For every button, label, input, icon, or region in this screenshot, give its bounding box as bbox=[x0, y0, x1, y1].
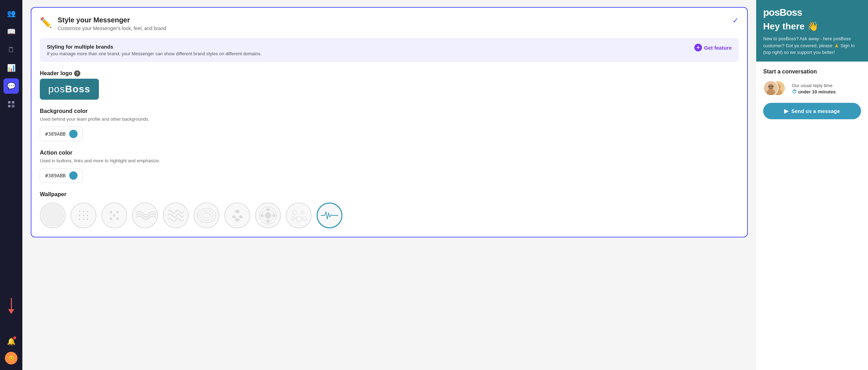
brands-banner-text: Styling for multiple brands If you manag… bbox=[47, 44, 262, 56]
wallpaper-label: Wallpaper bbox=[40, 191, 739, 198]
background-color-label: Background color bbox=[40, 108, 739, 114]
svg-point-22 bbox=[113, 214, 116, 217]
intercom-greeting: Hey there 👋 bbox=[763, 21, 861, 32]
background-color-section: Background color Used behind your team p… bbox=[40, 108, 739, 141]
wallpaper-mesh[interactable] bbox=[255, 202, 281, 228]
arrow-indicator bbox=[8, 298, 14, 314]
svg-point-21 bbox=[116, 218, 119, 220]
messenger-card: ✏️ Style your Messenger Customize your M… bbox=[31, 7, 748, 237]
sidebar-item-inbox[interactable]: 🗒 bbox=[3, 42, 19, 57]
intercom-description: New to posBoss? Ask away - here posBoss … bbox=[763, 35, 861, 56]
svg-point-13 bbox=[87, 215, 88, 216]
intercom-chat-box: Start a conversation bbox=[756, 62, 868, 370]
brands-title: Styling for multiple brands bbox=[47, 44, 262, 50]
plus-circle-icon: + bbox=[694, 44, 702, 51]
send-message-label: Send us a message bbox=[791, 108, 840, 114]
wallpaper-dots-lg[interactable] bbox=[101, 202, 127, 228]
svg-point-36 bbox=[260, 214, 263, 217]
card-header-text: Style your Messenger Customize your Mess… bbox=[58, 16, 166, 31]
agent-face-1 bbox=[764, 81, 778, 95]
action-color-row[interactable]: #389ABB bbox=[40, 168, 83, 183]
svg-point-10 bbox=[87, 211, 88, 212]
logo-display: posBoss bbox=[40, 79, 99, 100]
wallpaper-leaves[interactable] bbox=[224, 202, 250, 228]
header-logo-label: Header logo ? bbox=[40, 70, 739, 77]
agent-row: Our usual reply time ⏱ under 10 minutes bbox=[763, 80, 861, 97]
header-logo-help-icon[interactable]: ? bbox=[74, 70, 80, 77]
background-color-value: #389ABB bbox=[45, 131, 66, 137]
svg-point-9 bbox=[83, 211, 84, 212]
logo-text: posBoss bbox=[48, 84, 91, 95]
main-content: ✏️ Style your Messenger Customize your M… bbox=[22, 0, 756, 370]
sidebar-item-messenger[interactable]: 💬 bbox=[3, 78, 19, 94]
card-header-left: ✏️ Style your Messenger Customize your M… bbox=[40, 16, 166, 31]
background-color-desc: Used behind your team profile and other … bbox=[40, 116, 739, 122]
action-color-section: Action color Used in buttons, links and … bbox=[40, 150, 739, 183]
action-color-label: Action color bbox=[40, 150, 739, 156]
reply-time: Our usual reply time ⏱ under 10 minutes bbox=[792, 83, 861, 94]
wallpaper-waves[interactable] bbox=[132, 202, 158, 228]
sidebar-item-reports[interactable]: 📊 bbox=[3, 60, 19, 76]
action-color-swatch[interactable] bbox=[69, 171, 78, 180]
svg-point-32 bbox=[265, 212, 272, 219]
svg-point-29 bbox=[226, 204, 249, 227]
sidebar-bottom: 🔔 😊 bbox=[3, 334, 19, 364]
svg-point-12 bbox=[83, 215, 84, 216]
background-color-row[interactable]: #389ABB bbox=[40, 127, 83, 141]
sidebar-item-knowledge[interactable]: 📖 bbox=[3, 24, 19, 39]
svg-point-25 bbox=[195, 204, 218, 227]
edit-icon: ✏️ bbox=[40, 17, 52, 28]
collapse-button[interactable]: ✓ bbox=[732, 16, 739, 25]
background-color-swatch[interactable] bbox=[69, 130, 78, 138]
svg-point-8 bbox=[79, 211, 80, 212]
intercom-panel: posBoss Hey there 👋 New to posBoss? Ask … bbox=[756, 0, 868, 370]
get-feature-label: Get feature bbox=[704, 45, 732, 51]
svg-point-24 bbox=[164, 204, 187, 227]
svg-point-14 bbox=[79, 219, 80, 220]
sidebar-item-apps[interactable] bbox=[3, 97, 19, 112]
card-subtitle: Customize your Messenger's look, feel, a… bbox=[58, 26, 166, 31]
wallpaper-options bbox=[40, 202, 739, 228]
reply-time-text: under 10 minutes bbox=[798, 89, 836, 94]
wave-emoji: 👋 bbox=[807, 21, 818, 31]
svg-point-19 bbox=[116, 211, 119, 214]
svg-rect-1 bbox=[12, 101, 14, 104]
wallpaper-bubbles[interactable] bbox=[286, 202, 312, 228]
agent-avatar-1 bbox=[763, 80, 779, 96]
card-title: Style your Messenger bbox=[58, 16, 166, 24]
wallpaper-squiggle[interactable] bbox=[163, 202, 189, 228]
wallpaper-dots-sm[interactable] bbox=[71, 202, 96, 228]
intercom-header: posBoss Hey there 👋 New to posBoss? Ask … bbox=[756, 0, 868, 62]
action-color-value: #389ABB bbox=[45, 173, 66, 178]
svg-point-23 bbox=[133, 204, 157, 227]
get-feature-button[interactable]: + Get feature bbox=[694, 44, 732, 51]
svg-rect-2 bbox=[8, 105, 10, 107]
header-logo-section: Header logo ? posBoss bbox=[40, 70, 739, 108]
agent-avatars bbox=[763, 80, 788, 97]
reply-time-label: Our usual reply time bbox=[792, 83, 861, 88]
wallpaper-blank[interactable] bbox=[40, 202, 66, 228]
svg-point-38 bbox=[287, 204, 310, 227]
svg-point-37 bbox=[272, 214, 275, 217]
wallpaper-topography[interactable] bbox=[194, 202, 219, 228]
card-header: ✏️ Style your Messenger Customize your M… bbox=[40, 16, 739, 31]
svg-point-34 bbox=[266, 208, 269, 211]
wallpaper-heartbeat[interactable] bbox=[317, 202, 342, 228]
send-message-button[interactable]: ▶ Send us a message bbox=[763, 103, 861, 119]
brands-desc: If you manage more than one brand, your … bbox=[47, 51, 262, 56]
svg-rect-0 bbox=[8, 101, 10, 104]
svg-point-11 bbox=[79, 215, 80, 216]
wallpaper-section: Wallpaper bbox=[40, 191, 739, 228]
svg-point-49 bbox=[772, 86, 773, 87]
svg-point-48 bbox=[769, 86, 770, 87]
sidebar-item-notifications[interactable]: 🔔 bbox=[3, 334, 19, 349]
reply-time-value: ⏱ under 10 minutes bbox=[792, 89, 861, 94]
send-icon: ▶ bbox=[784, 108, 788, 114]
sidebar-item-users[interactable]: 👥 bbox=[3, 6, 19, 21]
svg-point-18 bbox=[110, 211, 113, 214]
brands-banner: Styling for multiple brands If you manag… bbox=[40, 38, 739, 62]
user-avatar[interactable]: 😊 bbox=[5, 352, 17, 364]
svg-point-15 bbox=[83, 219, 84, 220]
svg-point-6 bbox=[41, 204, 64, 227]
action-color-desc: Used in buttons, links and more to highl… bbox=[40, 158, 739, 163]
